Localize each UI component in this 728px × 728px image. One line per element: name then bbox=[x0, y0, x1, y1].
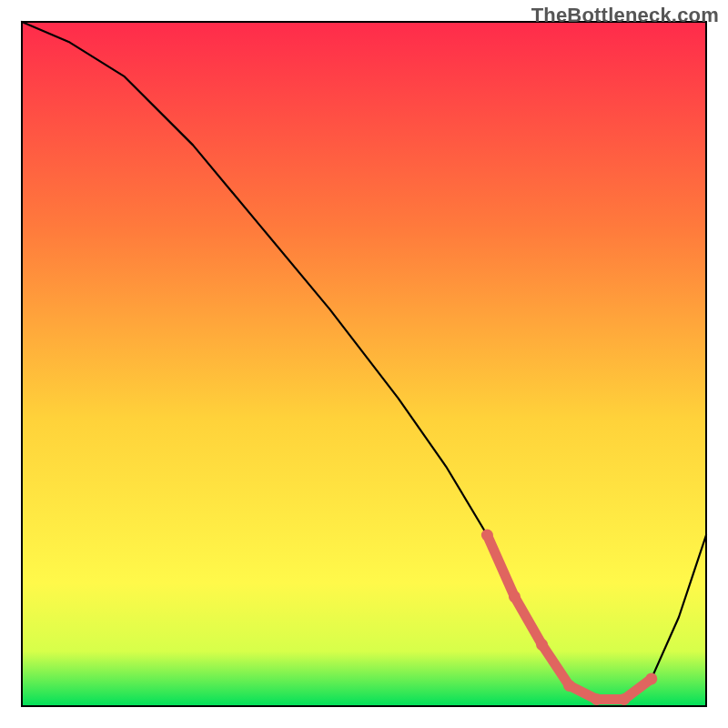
highlight-dot bbox=[645, 672, 657, 684]
highlight-dot bbox=[481, 530, 493, 541]
highlight-dot bbox=[509, 591, 521, 602]
bottleneck-chart: TheBottleneck.com bbox=[0, 0, 728, 728]
highlight-dot bbox=[536, 639, 548, 651]
plot-area bbox=[22, 22, 706, 706]
highlight-dot bbox=[618, 693, 630, 705]
chart-svg bbox=[0, 0, 728, 728]
highlight-dot bbox=[591, 693, 602, 705]
watermark-text: TheBottleneck.com bbox=[531, 4, 719, 27]
highlight-dot bbox=[563, 680, 575, 692]
